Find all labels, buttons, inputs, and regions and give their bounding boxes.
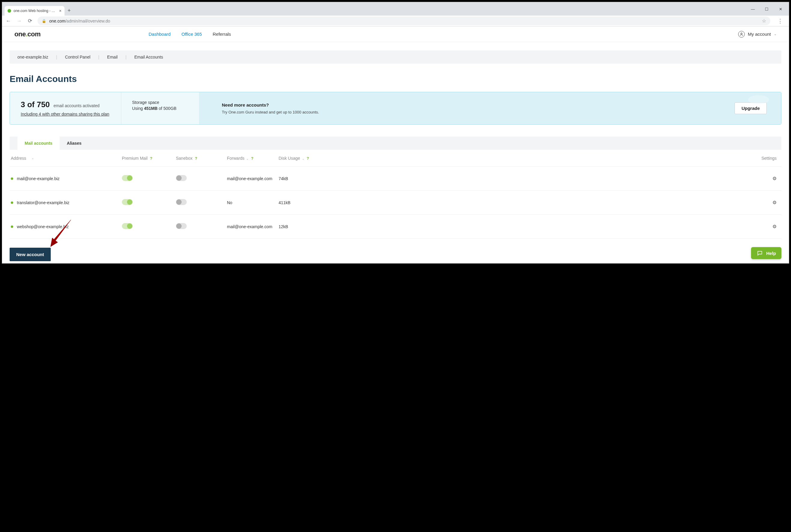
url-text: one.com/admin/mail/overview.do — [49, 19, 759, 23]
user-icon — [738, 31, 745, 38]
col-header-sanebox: Sanebox? — [176, 156, 227, 160]
col-header-disk-usage[interactable]: Disk Usage⌄? — [278, 156, 339, 160]
breadcrumb-domain[interactable]: one-example.biz — [17, 55, 48, 59]
gear-icon[interactable]: ⚙ — [772, 176, 777, 181]
table-row: mail@one-example.bizmail@one-example.com… — [9, 167, 782, 191]
svg-point-0 — [741, 33, 742, 34]
need-more-sub: Try One.com Guru instead and get up to 1… — [222, 110, 319, 114]
storage-value: Using 451MB of 500GB — [132, 106, 176, 111]
breadcrumb-email-accounts[interactable]: Email Accounts — [134, 55, 163, 59]
cell-address: translator@one-example.biz — [17, 200, 69, 205]
status-dot-icon — [11, 177, 13, 180]
account-count-sub: email accounts activated — [54, 103, 99, 108]
sharing-note-link[interactable]: Including 4 with other domains sharing t… — [21, 112, 110, 116]
chevron-down-icon: ⌄ — [32, 156, 34, 160]
cell-forwards: No — [227, 200, 278, 205]
help-chat-button[interactable]: Help — [751, 247, 782, 259]
table-header-row: Address⌄ Premium Mail? Sanebox? Forwards… — [9, 150, 782, 167]
premium-toggle[interactable] — [122, 199, 133, 205]
help-icon[interactable]: ? — [307, 156, 309, 160]
page-viewport[interactable]: one.com Dashboard Office 365 Referrals M… — [2, 26, 789, 263]
help-icon[interactable]: ? — [195, 156, 197, 160]
chevron-down-icon: ⌄ — [302, 157, 304, 160]
sanebox-toggle[interactable] — [176, 175, 187, 181]
new-tab-button[interactable]: + — [64, 6, 74, 16]
my-account-label: My account — [748, 32, 771, 37]
browser-tab[interactable]: one.com Web hosting - Domain… × — [4, 6, 64, 16]
cell-disk-usage: 74kB — [278, 176, 339, 181]
storage-label: Storage space — [132, 100, 188, 105]
table-row: webshop@one-example.bizmail@one-example.… — [9, 215, 782, 239]
cell-forwards: mail@one-example.com — [227, 224, 278, 229]
chevron-down-icon: ⌄ — [774, 32, 777, 36]
cell-disk-usage: 411kB — [278, 200, 339, 205]
window-close-button[interactable]: ✕ — [776, 7, 785, 12]
col-header-premium: Premium Mail? — [122, 156, 176, 160]
cell-address: mail@one-example.biz — [17, 176, 60, 181]
favicon-icon — [7, 9, 11, 13]
cell-address: webshop@one-example.biz — [17, 224, 69, 229]
nav-referrals[interactable]: Referrals — [213, 32, 231, 37]
mail-accounts-table: Address⌄ Premium Mail? Sanebox? Forwards… — [9, 150, 782, 239]
site-header: one.com Dashboard Office 365 Referrals M… — [2, 26, 789, 42]
premium-toggle[interactable] — [122, 223, 133, 229]
upgrade-button[interactable]: Upgrade — [735, 102, 767, 114]
back-button[interactable]: ← — [5, 18, 12, 24]
chat-bubble-icon — [756, 250, 763, 256]
gear-icon[interactable]: ⚙ — [772, 200, 777, 205]
logo[interactable]: one.com — [14, 30, 40, 38]
breadcrumb: one-example.biz | Control Panel | Email … — [9, 51, 782, 64]
summary-panel: 3 of 750 email accounts activated Includ… — [9, 92, 782, 125]
lock-icon: 🔒 — [42, 19, 46, 23]
account-count: 3 of 750 — [21, 100, 50, 109]
tab-title: one.com Web hosting - Domain… — [14, 9, 57, 13]
page-title: Email Accounts — [9, 74, 782, 84]
close-tab-icon[interactable]: × — [59, 8, 61, 13]
window-maximize-button[interactable]: ☐ — [763, 7, 771, 12]
sanebox-toggle[interactable] — [176, 223, 187, 229]
cell-disk-usage: 12kB — [278, 224, 339, 229]
help-icon[interactable]: ? — [150, 156, 153, 160]
premium-toggle[interactable] — [122, 175, 133, 181]
sanebox-toggle[interactable] — [176, 199, 187, 205]
col-header-address[interactable]: Address⌄ — [11, 156, 122, 160]
new-account-button[interactable]: New account — [9, 248, 51, 261]
reload-button[interactable]: ⟳ — [27, 18, 33, 24]
browser-menu-button[interactable]: ⋮ — [774, 18, 786, 24]
gear-icon[interactable]: ⚙ — [772, 224, 777, 229]
address-bar[interactable]: 🔒 one.com/admin/mail/overview.do ☆ — [38, 17, 770, 25]
col-header-forwards[interactable]: Forwards⌄? — [227, 156, 278, 160]
bookmark-star-icon[interactable]: ☆ — [762, 18, 766, 24]
need-more-title: Need more accounts? — [222, 102, 319, 108]
window-titlebar: one.com Web hosting - Domain… × + — ☐ ✕ — [2, 2, 789, 16]
my-account-menu[interactable]: My account ⌄ — [738, 31, 777, 38]
table-tabs: Mail accounts Aliases — [9, 137, 782, 150]
cell-forwards: mail@one-example.com — [227, 176, 278, 181]
help-icon[interactable]: ? — [251, 156, 253, 160]
forward-button[interactable]: → — [16, 18, 22, 24]
window-minimize-button[interactable]: — — [749, 7, 757, 12]
nav-dashboard[interactable]: Dashboard — [149, 32, 171, 37]
breadcrumb-control-panel[interactable]: Control Panel — [65, 55, 90, 59]
browser-toolbar: ← → ⟳ 🔒 one.com/admin/mail/overview.do ☆… — [2, 16, 789, 26]
status-dot-icon — [11, 226, 13, 228]
chevron-down-icon: ⌄ — [246, 157, 249, 160]
table-row: translator@one-example.bizNo411kB⚙ — [9, 191, 782, 215]
main-nav: Dashboard Office 365 Referrals — [149, 32, 231, 37]
help-label: Help — [766, 251, 776, 256]
breadcrumb-email[interactable]: Email — [107, 55, 118, 59]
status-dot-icon — [11, 202, 13, 204]
col-header-settings: Settings — [339, 156, 780, 160]
tab-mail-accounts[interactable]: Mail accounts — [17, 137, 60, 150]
nav-office365[interactable]: Office 365 — [181, 32, 202, 37]
tab-aliases[interactable]: Aliases — [60, 137, 89, 150]
